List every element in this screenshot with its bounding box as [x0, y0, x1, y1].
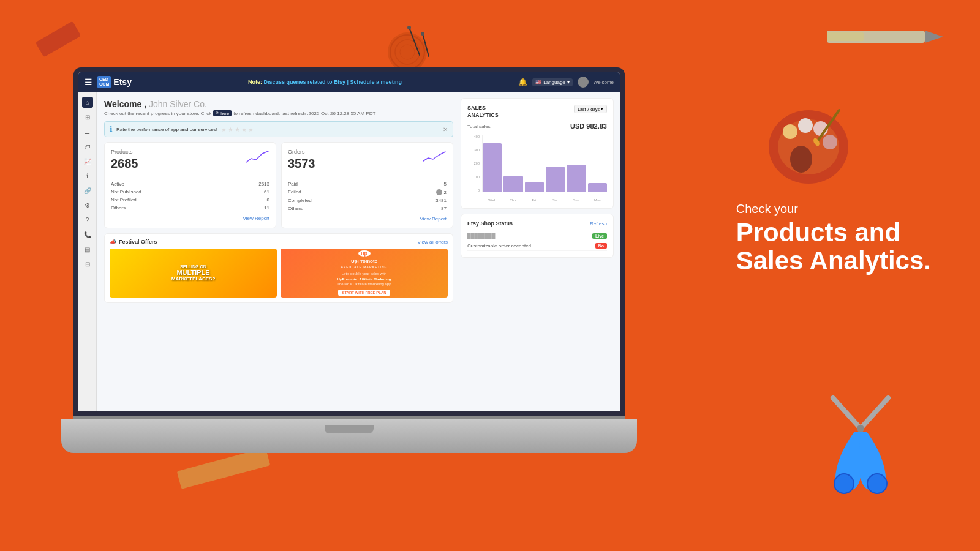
- total-sales-label: Total sales: [467, 124, 491, 129]
- close-icon[interactable]: ✕: [443, 126, 448, 133]
- analytics-header: SALES ANALYTICS Last 7 days ▾: [467, 105, 607, 119]
- svg-point-3: [400, 45, 415, 59]
- svg-point-2: [395, 40, 420, 64]
- nav-note: Note: Discuss queries related to Etsy | …: [137, 79, 513, 85]
- hamburger-icon[interactable]: ☰: [85, 77, 92, 87]
- sidebar-item-products[interactable]: ⊞: [82, 111, 93, 122]
- welcome-subtitle: Check out the recent progress in your st…: [104, 110, 453, 116]
- right-text-subtitle: Check your: [736, 202, 931, 216]
- right-side-text: Check your Products and Sales Analytics.: [736, 202, 931, 275]
- products-view-report[interactable]: View Report: [111, 216, 270, 221]
- svg-point-10: [783, 124, 797, 139]
- sidebar-item-home[interactable]: ⌂: [82, 97, 93, 108]
- svg-rect-24: [827, 32, 864, 41]
- welcome-title: Welcome , John Silver Co.: [104, 99, 453, 109]
- sidebar-item-phone[interactable]: 📞: [82, 229, 93, 240]
- content-area: Welcome , John Silver Co. Check out the …: [97, 92, 461, 411]
- welcome-section: Welcome , John Silver Co. Check out the …: [104, 99, 453, 116]
- rating-text: Rate the performance of app and our serv…: [116, 127, 217, 132]
- info-circle-icon: ℹ: [110, 125, 113, 133]
- right-panel: SALES ANALYTICS Last 7 days ▾ Total sale…: [461, 92, 620, 411]
- banner1-text: SELLING ON MULTIPLE MARKETPLACES?: [172, 264, 216, 282]
- banner2-desc: Let's double your sales with UpPromote: …: [337, 271, 391, 287]
- bar-sun-fill: [567, 165, 586, 192]
- bar-mon-fill: [588, 183, 607, 192]
- schedule-link[interactable]: Schedule a meeting: [350, 79, 402, 85]
- sidebar-item-menu2[interactable]: ▤: [82, 244, 93, 255]
- main-layout: ⌂ ⊞ ☰ 🏷 📈 ℹ 🔗 ⚙ ? 📞 ▤ ⊟: [78, 92, 620, 411]
- orders-view-report[interactable]: View Report: [288, 216, 447, 222]
- festival-banner-2[interactable]: up UpPromote AFFILIATE MARKETING Let's d…: [281, 249, 448, 298]
- products-card: Products 2685 Active 2613: [104, 142, 276, 228]
- sidebar-item-chart[interactable]: 📈: [82, 156, 93, 167]
- customizable-row: Customizable order accepted No: [467, 241, 607, 251]
- svg-point-7: [421, 32, 424, 36]
- user-name: John Silver Co.: [149, 99, 207, 109]
- view-all-offers[interactable]: View all offers: [417, 239, 448, 245]
- star-rating[interactable]: ★★★★★: [221, 126, 255, 133]
- orders-details: Paid 5 Failed i 2: [288, 176, 447, 212]
- orders-completed-row: Completed 3481: [288, 197, 447, 204]
- sidebar-item-help[interactable]: ?: [82, 214, 93, 225]
- note-desc: Discuss queries related to Etsy |: [264, 79, 349, 85]
- orders-card: Orders 3573 Paid 5: [281, 142, 453, 228]
- products-trend: [245, 149, 270, 165]
- bar-wed: [483, 135, 502, 192]
- period-selector[interactable]: Last 7 days ▾: [574, 105, 607, 113]
- svg-point-21: [867, 474, 887, 493]
- user-avatar: [578, 77, 589, 88]
- orders-failed-row: Failed i 2: [288, 188, 447, 197]
- bar-thu-fill: [503, 176, 522, 192]
- x-axis: Wed Thu Fri Sat Sun Mon: [482, 192, 607, 202]
- svg-line-4: [409, 28, 420, 55]
- svg-point-0: [388, 32, 427, 72]
- laptop-wrapper: ☰ CEDCOM Etsy Note: Discuss queries rela…: [74, 67, 625, 453]
- note-label: Note:: [248, 79, 262, 85]
- rating-bar: ℹ Rate the performance of app and our se…: [104, 121, 453, 137]
- here-button[interactable]: ⟳ here: [213, 110, 232, 116]
- nav-logo: CEDCOM Etsy: [97, 76, 132, 89]
- orders-trend: [422, 149, 447, 165]
- sidebar-item-layers[interactable]: ⊟: [82, 258, 93, 269]
- megaphone-icon: 📣: [110, 239, 116, 245]
- sidebar-item-settings[interactable]: ⚙: [82, 200, 93, 211]
- laptop-screen: ☰ CEDCOM Etsy Note: Discuss queries rela…: [74, 67, 625, 416]
- language-selector[interactable]: 🇺🇸 Language ▾: [532, 78, 573, 86]
- banner2-cta[interactable]: START WITH FREE PLAN: [338, 290, 390, 296]
- festival-banner-1[interactable]: SELLING ON MULTIPLE MARKETPLACES?: [110, 249, 277, 298]
- festival-title: 📣 Festival Offers: [110, 239, 157, 245]
- bars-container: [482, 135, 607, 192]
- laptop-notch: [325, 425, 374, 433]
- products-details: Active 2613 Not Published 61 Not Profile…: [111, 176, 270, 212]
- festival-banners: SELLING ON MULTIPLE MARKETPLACES? up UpP…: [110, 249, 448, 298]
- right-text-main: Products and Sales Analytics.: [736, 219, 931, 275]
- decor-knife: [821, 21, 943, 52]
- app-ui: ☰ CEDCOM Etsy Note: Discuss queries rela…: [78, 72, 620, 411]
- bar-fri-fill: [525, 182, 544, 192]
- banner2-subtitle: AFFILIATE MARKETING: [341, 265, 388, 269]
- cedcommerce-logo: CEDCOM: [97, 76, 111, 89]
- y-axis: 400 300 200 100 0: [467, 135, 481, 192]
- festival-section: 📣 Festival Offers View all offers SELLIN…: [104, 233, 453, 303]
- sidebar-item-tag[interactable]: 🏷: [82, 141, 93, 152]
- customizable-label: Customizable order accepted: [467, 243, 531, 249]
- top-nav: ☰ CEDCOM Etsy Note: Discuss queries rela…: [78, 72, 620, 92]
- refresh-button[interactable]: Refresh: [590, 221, 607, 227]
- bar-sat-fill: [546, 167, 565, 192]
- shop-status-card: Etsy Shop Status Refresh ████████ Live C…: [461, 214, 614, 258]
- total-sales-value: USD 982.83: [570, 122, 607, 130]
- sidebar-item-link[interactable]: 🔗: [82, 185, 93, 196]
- svg-point-12: [813, 121, 828, 136]
- products-active-row: Active 2613: [111, 180, 270, 188]
- bell-icon[interactable]: 🔔: [518, 78, 527, 86]
- bar-fri: [525, 135, 544, 192]
- svg-point-13: [823, 135, 837, 149]
- orders-paid-row: Paid 5: [288, 180, 447, 188]
- decor-yarn: [368, 18, 441, 73]
- sidebar-item-list[interactable]: ☰: [82, 126, 93, 137]
- svg-line-18: [861, 398, 888, 429]
- sidebar-item-info[interactable]: ℹ: [82, 170, 93, 181]
- svg-point-9: [778, 119, 839, 174]
- bar-sat: [546, 135, 565, 192]
- svg-point-8: [769, 110, 848, 184]
